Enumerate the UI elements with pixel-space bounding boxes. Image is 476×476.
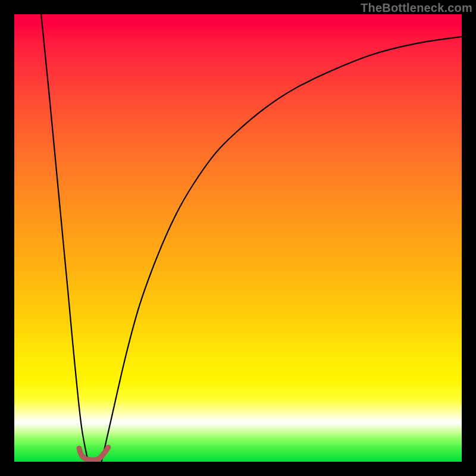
chart-plot-area [14,14,462,462]
marker-segment [79,447,108,460]
watermark-label: TheBottleneck.com [361,1,472,15]
curve-right-branch [102,37,462,462]
curve-left-branch [41,14,88,462]
chart-curves-svg [14,14,462,462]
outer-frame [14,14,462,462]
